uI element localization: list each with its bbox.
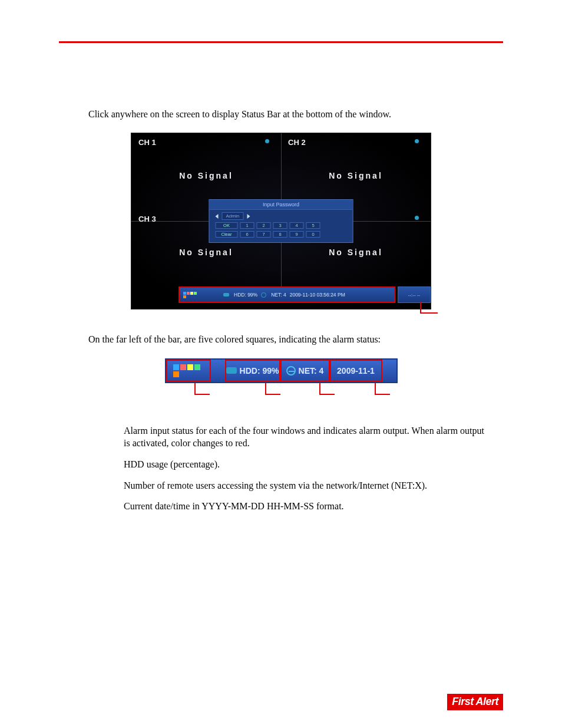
channel-label: CH 1 <box>138 138 156 147</box>
segment-date: 2009-11-1 <box>330 360 382 382</box>
date-fragment-text: 2009-11-1 <box>337 366 375 375</box>
status-bar-main: HDD: 99% NET: 4 2009-11-10 03:56:24 PM <box>178 286 395 303</box>
alarm-status-squares <box>173 364 201 377</box>
keypad-key[interactable]: 4 <box>290 222 304 229</box>
datetime-text: 2009-11-10 03:56:24 PM <box>290 292 345 298</box>
alarm-status-squares <box>183 292 199 298</box>
channel-quadrant-2: CH 2 No Signal <box>281 133 431 210</box>
keypad-key[interactable]: 0 <box>306 231 320 238</box>
record-indicator-icon <box>415 139 419 143</box>
keypad-row-2: Clear 6 7 8 9 0 <box>210 230 353 239</box>
keypad-key[interactable]: 2 <box>257 222 271 229</box>
channel-quadrant-1: CH 1 No Signal <box>131 133 281 210</box>
no-signal-text: No Signal <box>179 248 233 257</box>
arrow-left-icon[interactable] <box>216 214 219 219</box>
status-descriptions: Alarm input status for each of the four … <box>124 424 485 513</box>
description-net: Number of remote users accessing the sys… <box>124 479 485 492</box>
keypad-key[interactable]: 9 <box>290 231 304 238</box>
callout-lines-group <box>165 383 398 407</box>
callout-line <box>414 302 444 319</box>
user-selector-row[interactable]: Admin <box>210 210 353 221</box>
dvr-screen: CH 1 No Signal CH 2 No Signal CH 3 No Si… <box>131 133 431 309</box>
net-icon <box>286 366 296 375</box>
clear-button[interactable]: Clear <box>216 231 238 238</box>
keypad-key[interactable]: 3 <box>273 222 287 229</box>
segment-alarm-squares <box>166 360 211 382</box>
ok-button[interactable]: OK <box>216 222 238 229</box>
header-rule <box>59 41 503 43</box>
segment-hdd: HDD: 99% <box>225 360 280 382</box>
hdd-usage-text: HDD: 99% <box>234 292 257 298</box>
user-name-field[interactable]: Admin <box>222 212 244 220</box>
description-alarm: Alarm input status for each of the four … <box>124 424 485 450</box>
no-signal-text: No Signal <box>329 171 383 180</box>
net-count-text: NET: 4 <box>299 366 324 375</box>
no-signal-text: No Signal <box>329 248 383 257</box>
record-indicator-icon <box>265 139 269 143</box>
status-bar: HDD: 99% NET: 4 2009-11-10 03:56:24 PM -… <box>131 286 431 303</box>
description-hdd: HDD usage (percentage). <box>124 458 485 471</box>
figure-statusbar-detail: HDD: 99% NET: 4 2009-11-1 <box>59 358 503 407</box>
dialog-title: Input Password <box>210 200 353 210</box>
keypad-key[interactable]: 8 <box>273 231 287 238</box>
input-password-dialog: Input Password Admin OK 1 2 3 4 5 Clear … <box>209 199 353 243</box>
arrow-right-icon[interactable] <box>247 214 250 219</box>
intro-paragraph: Click anywhere on the screen to display … <box>88 108 503 121</box>
keypad-key[interactable]: 7 <box>257 231 271 238</box>
net-icon <box>261 292 266 298</box>
first-alert-logo: First Alert <box>447 694 503 710</box>
segment-net: NET: 4 <box>280 360 330 382</box>
description-datetime: Current date/time in YYYY-MM-DD HH-MM-SS… <box>124 500 485 513</box>
channel-label: CH 3 <box>138 215 156 223</box>
status-bar-right: --:-- -- <box>398 286 431 303</box>
keypad-key[interactable]: 5 <box>306 222 320 229</box>
no-signal-text: No Signal <box>179 171 233 180</box>
channel-label: CH 2 <box>288 138 306 147</box>
hdd-icon <box>226 367 237 374</box>
alarm-status-paragraph: On the far left of the bar, are five col… <box>88 333 503 346</box>
hdd-icon <box>223 293 229 297</box>
keypad-key[interactable]: 1 <box>240 222 254 229</box>
keypad-row-1: OK 1 2 3 4 5 <box>210 221 353 230</box>
keypad-key[interactable]: 6 <box>240 231 254 238</box>
net-count-text: NET: 4 <box>271 292 286 298</box>
record-indicator-icon <box>415 216 419 220</box>
hdd-usage-text: HDD: 99% <box>240 366 279 375</box>
status-bar-enlarged: HDD: 99% NET: 4 2009-11-1 <box>165 358 398 383</box>
figure-dvr-screen: CH 1 No Signal CH 2 No Signal CH 3 No Si… <box>59 133 503 309</box>
